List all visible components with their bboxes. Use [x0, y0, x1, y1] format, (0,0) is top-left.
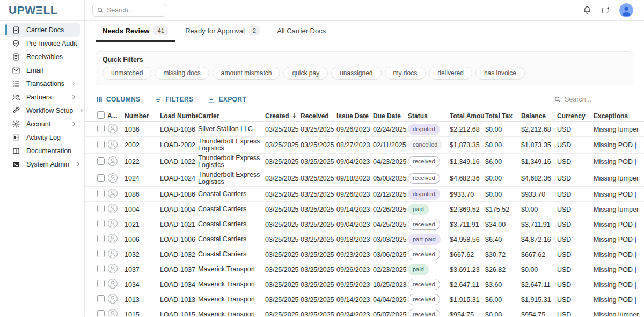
filters-button[interactable]: FILTERS [154, 96, 193, 104]
sidebar-item-pre-invoice-audit[interactable]: Pre-Invoice Audit [5, 37, 80, 50]
row-checkbox[interactable] [97, 310, 105, 316]
row-checkbox[interactable] [97, 220, 105, 227]
total-tax-cell: $6.00 [485, 295, 521, 305]
table-row[interactable]: 1015LOAD-1015Maverick Transport03/25/202… [85, 307, 644, 316]
column-header-received[interactable]: Received [301, 112, 336, 120]
table-body: 1036LOAD-1036Silver Stallion LLC03/25/20… [85, 122, 644, 316]
total-tax-cell: $30.72 [485, 250, 521, 260]
table-row[interactable]: 1034LOAD-1034Maverick Transport03/25/202… [85, 277, 644, 292]
quick-filter-delivered[interactable]: delivered [429, 67, 472, 80]
table-toolbar: COLUMNS FILTERS EXPORT [96, 92, 633, 107]
tab-all-carrier-docs[interactable]: All Carrier Docs [270, 21, 333, 42]
export-button[interactable]: EXPORT [207, 96, 246, 104]
carrier-cell: Silver Stallion LLC [198, 125, 265, 134]
quick-filter-has-invoice[interactable]: has invoice [475, 67, 525, 80]
row-checkbox[interactable] [97, 205, 105, 212]
list-icon [12, 80, 20, 88]
carrier-cell: Thunderbolt Express Logistics [198, 137, 265, 153]
column-header-number[interactable]: Number [125, 112, 160, 120]
table-row[interactable]: 2002LOAD-2002Thunderbolt Express Logisti… [85, 137, 644, 154]
assignee-avatar-cell [107, 122, 125, 136]
status-badge: received [408, 156, 440, 167]
tab-needs-review[interactable]: Needs Review41 [96, 21, 175, 42]
doc-check-icon [12, 26, 20, 34]
column-header-label: Number [125, 112, 149, 120]
status-badge: cancelled [408, 140, 442, 150]
quick-filter-unmatched[interactable]: unmatched [103, 67, 151, 80]
column-header-created[interactable]: Created [265, 112, 301, 120]
row-checkbox[interactable] [97, 141, 105, 148]
row-checkbox[interactable] [97, 190, 105, 197]
sidebar-item-carrier-docs[interactable]: Carrier Docs [5, 23, 80, 37]
currency-cell: USD [557, 235, 594, 244]
chevron-right-icon [75, 161, 81, 167]
column-header-currency[interactable]: Currency [557, 112, 594, 120]
share-icon[interactable] [601, 6, 610, 15]
table-row[interactable]: 1032LOAD-1032Coastal Carriers03/25/20250… [85, 247, 644, 262]
column-header-issue-date[interactable]: Issue Date [336, 112, 373, 120]
table-row[interactable]: 1006LOAD-1006Coastal Carriers03/25/20250… [85, 232, 644, 247]
row-checkbox[interactable] [97, 295, 105, 302]
assignee-avatar-cell [107, 171, 125, 186]
hamburger-menu-icon[interactable] [62, 4, 74, 16]
quick-filter-unassigned[interactable]: unassigned [331, 67, 381, 80]
load-number-cell: LOAD-1015 [160, 310, 198, 317]
total-tax-cell: $0.00 [485, 125, 521, 134]
tab-ready-for-approval[interactable]: Ready for Approval2 [178, 21, 267, 42]
number-cell: 1086 [125, 190, 160, 199]
sidebar-item-workflow-setup[interactable]: Workflow Setup [5, 104, 80, 117]
table-row[interactable]: 1037LOAD-1037Maverick Transport03/25/202… [85, 262, 644, 277]
sidebar-item-email[interactable]: Email [5, 63, 80, 77]
sidebar-item-activity-log[interactable]: Activity Log [5, 131, 80, 144]
table-row[interactable]: 1021LOAD-1021Coastal Carriers03/25/20250… [85, 217, 644, 232]
quick-filter-missing-docs[interactable]: missing docs [155, 67, 209, 80]
global-search-input[interactable] [107, 6, 162, 14]
global-search[interactable] [92, 4, 166, 17]
bell-icon[interactable] [582, 5, 592, 15]
sidebar-item-account[interactable]: Account [5, 117, 80, 131]
table-row[interactable]: 1024LOAD-1024Thunderbolt Express Logisti… [85, 170, 644, 187]
number-cell: 1006 [125, 235, 160, 244]
table-row[interactable]: 1004LOAD-1004Coastal Carriers03/25/20250… [85, 202, 644, 217]
quick-filter-my-docs[interactable]: my docs [385, 67, 426, 80]
row-checkbox[interactable] [97, 157, 105, 165]
sidebar-item-transactions[interactable]: Transactions [5, 77, 80, 90]
column-header-total-tax[interactable]: Total Tax [485, 112, 521, 120]
table-search-input[interactable] [565, 96, 632, 103]
column-header-a[interactable]: A... [107, 112, 125, 120]
select-all-checkbox[interactable] [97, 111, 105, 119]
table-search[interactable] [553, 94, 633, 105]
sidebar-item-receivables[interactable]: Receivables [5, 50, 80, 63]
table-row[interactable]: 1022LOAD-1022Thunderbolt Express Logisti… [85, 154, 644, 170]
row-checkbox[interactable] [97, 280, 105, 287]
column-header-exceptions[interactable]: Exceptions [594, 112, 644, 120]
quick-filter-quick-pay[interactable]: quick pay [283, 67, 328, 80]
column-header-due-date[interactable]: Due Date [373, 112, 408, 120]
received-cell: 03/25/2025 [301, 125, 336, 134]
main-content: Needs Review41Ready for Approval2All Car… [85, 21, 644, 316]
user-avatar[interactable] [619, 3, 633, 17]
column-header-carrier[interactable]: Carrier [198, 112, 265, 120]
sidebar-item-documentation[interactable]: Documentation [5, 144, 80, 157]
table-row[interactable]: 1013LOAD-1013Maverick Transport03/25/202… [85, 292, 644, 307]
number-cell: 1004 [125, 205, 160, 214]
columns-button[interactable]: COLUMNS [96, 96, 140, 103]
balance-cell: $2,647.11 [521, 280, 557, 290]
column-header-balance[interactable]: Balance [521, 112, 557, 120]
sidebar-item-partners[interactable]: Partners [5, 90, 80, 104]
sidebar-item-system-admin[interactable]: System Admin [5, 157, 80, 171]
row-checkbox[interactable] [97, 250, 105, 257]
load-number-cell: LOAD-1021 [160, 220, 198, 229]
row-avatar-icon [107, 278, 118, 289]
table-row[interactable]: 1036LOAD-1036Silver Stallion LLC03/25/20… [85, 122, 644, 137]
row-checkbox[interactable] [97, 265, 105, 272]
column-header-load-number[interactable]: Load Number [160, 112, 198, 120]
column-header-total-amount[interactable]: Total Amount [450, 112, 485, 120]
column-header-status[interactable]: Status [408, 112, 450, 120]
row-checkbox[interactable] [97, 125, 105, 132]
table-row[interactable]: 1086LOAD-1086Coastal Carriers03/25/20250… [85, 187, 644, 202]
sidebar-item-label: Carrier Docs [26, 26, 64, 34]
row-checkbox[interactable] [97, 174, 105, 182]
row-checkbox[interactable] [97, 235, 105, 242]
quick-filter-amount-mismatch[interactable]: amount mismatch [213, 67, 281, 80]
